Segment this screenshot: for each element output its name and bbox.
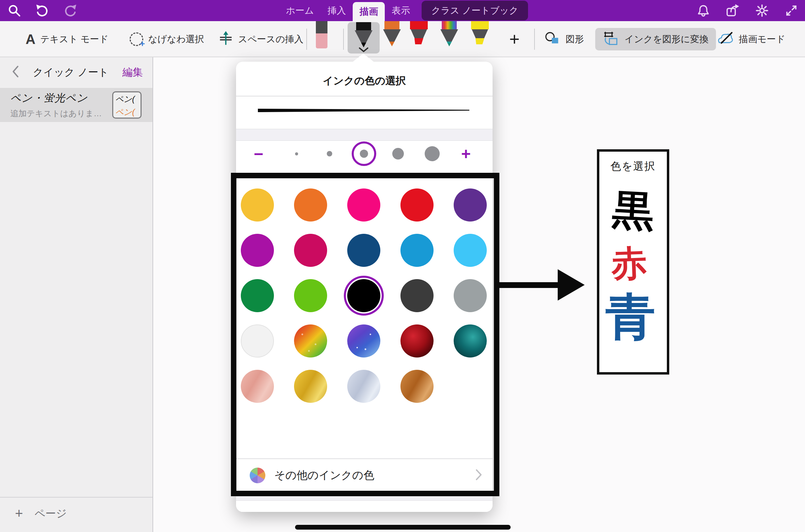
bell-icon[interactable] bbox=[697, 4, 710, 17]
insert-space-button[interactable]: スペースの挿入 bbox=[218, 21, 304, 57]
gear-icon[interactable] bbox=[755, 4, 769, 17]
swatch-bronze-texture[interactable] bbox=[400, 370, 434, 403]
page-list-item-selected[interactable]: ペン・蛍光ペン 追加テキストはありま… ペン( ペン( bbox=[0, 88, 152, 122]
swatch-galaxy[interactable] bbox=[347, 324, 380, 358]
annotation-arrow bbox=[495, 267, 586, 305]
add-page-button[interactable]: + ページ bbox=[0, 497, 152, 521]
insert-space-icon bbox=[218, 31, 233, 48]
swatch-gold[interactable] bbox=[241, 188, 274, 222]
toolbar-divider bbox=[306, 29, 307, 50]
add-pen-button[interactable]: + bbox=[509, 21, 519, 57]
section-band bbox=[236, 129, 493, 141]
page-title: ペン・蛍光ペン bbox=[10, 91, 112, 105]
add-page-plus-icon: + bbox=[15, 506, 23, 521]
swatch-teal-smoke[interactable] bbox=[454, 324, 487, 358]
search-icon[interactable] bbox=[8, 4, 21, 17]
shape-button[interactable]: 図形 bbox=[544, 21, 584, 57]
popup-callout-arrow bbox=[352, 54, 375, 62]
convert-ink-to-shape-button[interactable]: インクを図形に変換 bbox=[595, 28, 716, 50]
handwritten-kanji-1: 黒 bbox=[598, 188, 668, 233]
swatch-rainbow-glitter[interactable] bbox=[294, 324, 327, 358]
shape-icon bbox=[544, 31, 561, 47]
red-highlighter-tool[interactable] bbox=[409, 21, 428, 44]
toolbar-divider bbox=[534, 29, 535, 50]
shape-label: 図形 bbox=[566, 33, 584, 45]
swatch-orange[interactable] bbox=[294, 188, 327, 222]
ink-color-popup: インクの色の選択 − + その他のインクの色 bbox=[236, 62, 493, 512]
draw-toolbar: A テキスト モード なげなわ選択 スペースの挿入 bbox=[0, 21, 805, 57]
rainbow-pen-tool[interactable] bbox=[440, 21, 459, 46]
page-subtitle: 追加テキストはありま… bbox=[10, 108, 112, 119]
swatch-sky-blue[interactable] bbox=[454, 234, 487, 267]
undo-icon[interactable] bbox=[35, 4, 49, 17]
tab-draw[interactable]: 描画 bbox=[353, 2, 385, 21]
more-ink-colors-label: その他のインクの色 bbox=[274, 468, 475, 483]
swatch-magenta[interactable] bbox=[241, 234, 274, 267]
text-mode-label: テキスト モード bbox=[40, 33, 108, 45]
swatch-green[interactable] bbox=[241, 279, 274, 312]
add-pen-plus: + bbox=[509, 29, 519, 49]
swatch-pink[interactable] bbox=[347, 188, 380, 222]
swatch-lime-green[interactable] bbox=[294, 279, 327, 312]
swatch-purple[interactable] bbox=[454, 188, 487, 222]
swatch-silver-texture[interactable] bbox=[347, 370, 380, 403]
thickness-option-2[interactable] bbox=[319, 143, 340, 164]
swatch-gold-texture[interactable] bbox=[294, 370, 327, 403]
black-pen-tool-selected[interactable] bbox=[348, 22, 380, 54]
popup-title: インクの色の選択 bbox=[236, 74, 493, 88]
draw-mode-label: 描画モード bbox=[739, 33, 785, 45]
lasso-label: なげなわ選択 bbox=[148, 33, 204, 45]
thickness-option-4[interactable] bbox=[388, 143, 408, 164]
tab-class-notebook[interactable]: クラス ノートブック bbox=[422, 1, 528, 20]
redo-icon[interactable] bbox=[63, 4, 77, 17]
sidebar-header: クイック ノート 編集 bbox=[0, 57, 152, 87]
lasso-select-button[interactable]: なげなわ選択 bbox=[130, 21, 204, 57]
expand-icon[interactable] bbox=[785, 4, 798, 17]
swatch-blue[interactable] bbox=[400, 234, 434, 267]
thickness-increase-button[interactable]: + bbox=[461, 141, 471, 167]
swatch-navy-blue[interactable] bbox=[347, 234, 380, 267]
eraser-tool[interactable] bbox=[316, 21, 327, 48]
chevron-down-icon[interactable] bbox=[358, 47, 369, 54]
top-app-bar: ホーム 挿入 描画 表示 クラス ノートブック bbox=[0, 0, 805, 21]
swatch-rose-gold[interactable] bbox=[241, 370, 274, 403]
thickness-option-1[interactable] bbox=[286, 143, 307, 164]
insert-space-label: スペースの挿入 bbox=[238, 33, 304, 45]
home-indicator[interactable] bbox=[295, 525, 511, 530]
text-mode-button[interactable]: A テキスト モード bbox=[26, 21, 108, 57]
chevron-right-icon bbox=[475, 469, 482, 482]
section-band bbox=[236, 492, 493, 501]
thickness-option-3[interactable] bbox=[354, 143, 374, 164]
thickness-option-5[interactable] bbox=[422, 143, 442, 164]
share-icon[interactable] bbox=[726, 4, 740, 17]
text-mode-icon: A bbox=[26, 32, 35, 47]
tab-insert[interactable]: 挿入 bbox=[321, 0, 353, 21]
swatch-gray[interactable] bbox=[454, 279, 487, 312]
color-select-annotation-box: 色を選択 黒赤青 bbox=[597, 149, 669, 375]
divider bbox=[236, 178, 493, 179]
swatch-white[interactable] bbox=[241, 324, 274, 358]
page-thumbnail: ペン( ペン( bbox=[112, 91, 142, 119]
convert-ink-icon bbox=[603, 30, 620, 48]
thumb-text-orange: ペン( bbox=[115, 107, 141, 118]
annotation-box-title: 色を選択 bbox=[599, 159, 667, 173]
swatch-red-smoke[interactable] bbox=[400, 324, 434, 358]
thickness-decrease-button[interactable]: − bbox=[254, 141, 263, 167]
yellow-highlighter-tool[interactable] bbox=[470, 21, 489, 44]
handwritten-kanji-3: 青 bbox=[597, 292, 664, 342]
popup-footer bbox=[236, 501, 493, 512]
ribbon-tabs: ホーム 挿入 描画 表示 クラス ノートブック bbox=[279, 0, 528, 21]
thickness-selector: − + bbox=[236, 141, 493, 167]
more-ink-colors-button[interactable]: その他のインクの色 bbox=[236, 459, 493, 492]
swatch-raspberry[interactable] bbox=[294, 234, 327, 267]
draw-mode-button[interactable]: 描画モード bbox=[716, 21, 785, 57]
thumb-text-black: ペン( bbox=[115, 94, 141, 105]
edit-button[interactable]: 編集 bbox=[122, 65, 143, 79]
swatch-charcoal[interactable] bbox=[400, 279, 434, 312]
swatch-red[interactable] bbox=[400, 188, 434, 222]
swatch-black[interactable] bbox=[347, 279, 380, 312]
orange-pen-tool[interactable] bbox=[382, 21, 401, 46]
tab-home[interactable]: ホーム bbox=[279, 0, 321, 21]
tab-view[interactable]: 表示 bbox=[385, 0, 417, 21]
back-chevron-icon[interactable] bbox=[12, 65, 19, 79]
